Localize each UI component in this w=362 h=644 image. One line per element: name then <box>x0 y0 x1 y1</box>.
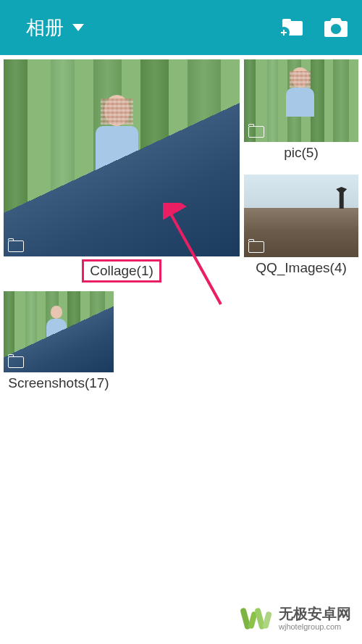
add-folder-icon[interactable] <box>282 20 303 35</box>
album-row: Screenshots(17) <box>0 291 362 394</box>
dropdown-arrow-icon <box>72 24 84 31</box>
album-item-screenshots[interactable]: Screenshots(17) <box>4 291 114 394</box>
watermark-url: wjhotelgroup.com <box>279 622 351 632</box>
folder-icon <box>8 241 24 252</box>
watermark-text: 无极安卓网 wjhotelgroup.com <box>279 605 351 632</box>
folder-icon <box>248 126 264 138</box>
album-label: Screenshots(17) <box>4 372 114 394</box>
album-label: Collage(1) <box>4 256 240 285</box>
album-item-pic[interactable]: pic(5) <box>244 59 358 170</box>
folder-icon <box>248 241 264 253</box>
album-label: QQ_Images(4) <box>244 257 358 279</box>
watermark-logo-icon <box>240 604 273 633</box>
header-actions <box>282 18 348 37</box>
album-label-text: Collage(1) <box>82 259 161 283</box>
folder-icon <box>8 356 24 368</box>
album-thumbnail <box>244 59 358 142</box>
watermark-title: 无极安卓网 <box>279 605 351 622</box>
album-thumbnail <box>244 175 358 257</box>
album-label: pic(5) <box>244 142 358 164</box>
album-thumbnail <box>4 59 240 256</box>
header-title: 相册 <box>26 15 64 41</box>
album-item-qq-images[interactable]: QQ_Images(4) <box>244 175 358 285</box>
album-dropdown[interactable]: 相册 <box>26 15 84 41</box>
app-header: 相册 <box>0 0 362 55</box>
album-thumbnail <box>4 291 114 372</box>
album-grid: Collage(1) pic(5) QQ_Images(4 <box>0 55 362 290</box>
camera-icon[interactable] <box>324 18 348 37</box>
album-item-collage[interactable]: Collage(1) <box>4 59 240 285</box>
watermark: 无极安卓网 wjhotelgroup.com <box>240 604 351 633</box>
